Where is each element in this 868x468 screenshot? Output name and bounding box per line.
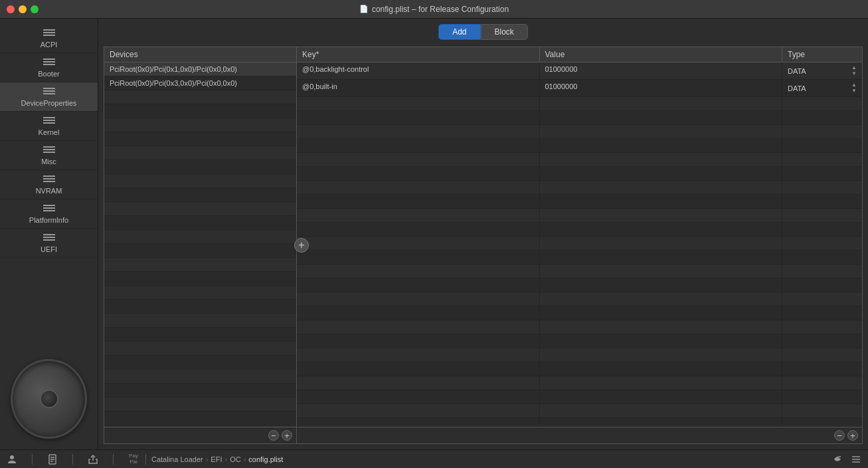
kv-row-0[interactable]: @0,backlight-control 01000000 DATA ▲▼ (297, 62, 862, 80)
devices-remove-button[interactable]: − (268, 430, 279, 441)
kv-row-empty-24 (297, 418, 862, 427)
kv-row-empty-13 (297, 265, 862, 279)
bottom-separator-3 (113, 454, 114, 465)
breadcrumb-oc[interactable]: OC (230, 455, 241, 463)
middle-add-button[interactable]: + (294, 238, 309, 253)
cd-icon (11, 359, 87, 439)
kv-row-empty-4 (297, 139, 862, 153)
kv-row-empty-22 (297, 390, 862, 404)
nvram-icon (43, 176, 55, 185)
device-row-0[interactable]: PciRoot(0x0)/Pci(0x1,0x0)/Pci(0x0,0x0) (104, 62, 296, 76)
key-header: Key* (297, 47, 540, 62)
sidebar-label-kernel: Kernel (39, 128, 60, 136)
sidebar-label-nvram: NVRAM (36, 187, 62, 195)
kv-row-empty-6 (297, 167, 862, 181)
kv-row-empty-7 (297, 181, 862, 195)
close-button[interactable] (7, 5, 15, 13)
sidebar-item-platforminfo[interactable]: PlatformInfo (0, 199, 98, 229)
sidebar-label-acpi: ACPI (41, 41, 58, 49)
kv-row-empty-18 (297, 334, 862, 348)
breadcrumb: Catalina Loader › EFI › OC › config.plis… (151, 455, 825, 463)
sidebar-label-platforminfo: PlatformInfo (29, 216, 68, 224)
breadcrumb-catalina[interactable]: Catalina Loader (151, 455, 203, 463)
sidebar-item-acpi[interactable]: ACPI (0, 24, 98, 53)
kv-key-1: @0,built-in (297, 80, 540, 96)
file-icon: 📄 (359, 5, 369, 13)
kv-rows: @0,backlight-control 01000000 DATA ▲▼ @0… (297, 62, 862, 427)
kv-type-1: DATA ▲▼ (782, 80, 862, 96)
kv-key-0: @0,backlight-control (297, 62, 540, 79)
person-icon[interactable] (5, 453, 19, 466)
sidebar-item-booter[interactable]: Booter (0, 53, 98, 82)
sidebar-label-deviceproperties: DeviceProperties (21, 99, 77, 107)
content-area: Add Block Devices PciRoot(0x0)/Pci(0x1,0… (98, 19, 868, 449)
paypay-icon[interactable]: PayPal (127, 453, 140, 466)
svg-point-0 (10, 455, 14, 459)
device-row-empty-23 (104, 398, 296, 411)
kv-type-0: DATA ▲▼ (782, 62, 862, 79)
breadcrumb-efi[interactable]: EFI (211, 455, 222, 463)
kv-add-remove: − + (297, 427, 862, 443)
kv-value-1: 01000000 (540, 80, 783, 96)
kernel-icon (43, 117, 55, 126)
kv-row-empty-2 (297, 111, 862, 125)
kv-row-empty-19 (297, 348, 862, 362)
sidebar-bottom (0, 348, 98, 449)
add-button[interactable]: Add (438, 24, 480, 40)
minimize-button[interactable] (19, 5, 27, 13)
breadcrumb-sep-1: › (206, 455, 209, 463)
bottom-separator-1 (32, 454, 33, 465)
bottom-right-icons (831, 453, 863, 466)
bottombar: PayPal Catalina Loader › EFI › OC › conf… (0, 449, 868, 468)
bottom-separator-4 (145, 454, 146, 465)
kv-row-empty-9 (297, 209, 862, 223)
devices-panel: Devices PciRoot(0x0)/Pci(0x1,0x0)/Pci(0x… (104, 47, 297, 443)
kv-add-button[interactable]: + (847, 430, 858, 441)
sidebar-item-nvram[interactable]: NVRAM (0, 170, 98, 199)
window-controls (7, 5, 39, 13)
devices-add-button[interactable]: + (282, 430, 292, 441)
devices-rows: PciRoot(0x0)/Pci(0x1,0x0)/Pci(0x0,0x0) P… (104, 62, 296, 427)
kv-value-0: 01000000 (540, 62, 783, 79)
booter-icon (43, 58, 55, 68)
back-icon[interactable] (831, 453, 844, 466)
device-row-empty-11 (104, 230, 296, 244)
device-row-empty-16 (104, 300, 296, 314)
device-row-empty-22 (104, 384, 296, 398)
sidebar-item-misc[interactable]: Misc (0, 141, 98, 170)
page-icon[interactable] (46, 453, 59, 466)
list-icon[interactable] (849, 453, 863, 466)
breadcrumb-sep-3: › (244, 455, 246, 463)
kv-row-empty-17 (297, 320, 862, 334)
kv-row-empty-14 (297, 279, 862, 292)
titlebar: 📄 config.plist – for Release Configurati… (0, 0, 868, 19)
device-row-empty-4 (104, 132, 296, 146)
kv-row-1[interactable]: @0,built-in 01000000 DATA ▲▼ (297, 80, 862, 97)
cd-center (40, 390, 58, 408)
device-row-empty-15 (104, 286, 296, 300)
device-row-empty-19 (104, 342, 296, 356)
type-header: Type (782, 47, 862, 62)
device-row-1[interactable]: PciRoot(0x0)/Pci(0x3,0x0)/Pci(0x0,0x0) (104, 76, 296, 90)
kv-row-empty-23 (297, 404, 862, 418)
sidebar-item-uefi[interactable]: UEFI (0, 229, 98, 258)
device-row-empty-21 (104, 370, 296, 384)
paypay-text: PayPal (129, 453, 138, 465)
main-area: ACPI Booter DeviceProperties Kernel Misc (0, 19, 868, 449)
maximize-button[interactable] (31, 5, 39, 13)
device-row-empty-9 (104, 202, 296, 216)
devices-header: Devices (104, 47, 296, 62)
type-stepper-1[interactable]: ▲▼ (851, 82, 857, 94)
type-stepper-0[interactable]: ▲▼ (851, 65, 857, 76)
device-row-empty-20 (104, 356, 296, 370)
breadcrumb-configplist[interactable]: config.plist (248, 455, 283, 463)
device-row-empty-13 (104, 258, 296, 272)
kv-remove-button[interactable]: − (834, 430, 845, 441)
sidebar-item-kernel[interactable]: Kernel (0, 112, 98, 141)
breadcrumb-sep-2: › (224, 455, 227, 463)
sidebar-item-deviceproperties[interactable]: DeviceProperties (0, 82, 98, 112)
kv-panel: Key* Value Type @0,backlight-control 010… (297, 47, 862, 443)
deviceproperties-icon (43, 88, 55, 97)
block-button[interactable]: Block (481, 24, 528, 40)
share-icon[interactable] (86, 453, 100, 466)
